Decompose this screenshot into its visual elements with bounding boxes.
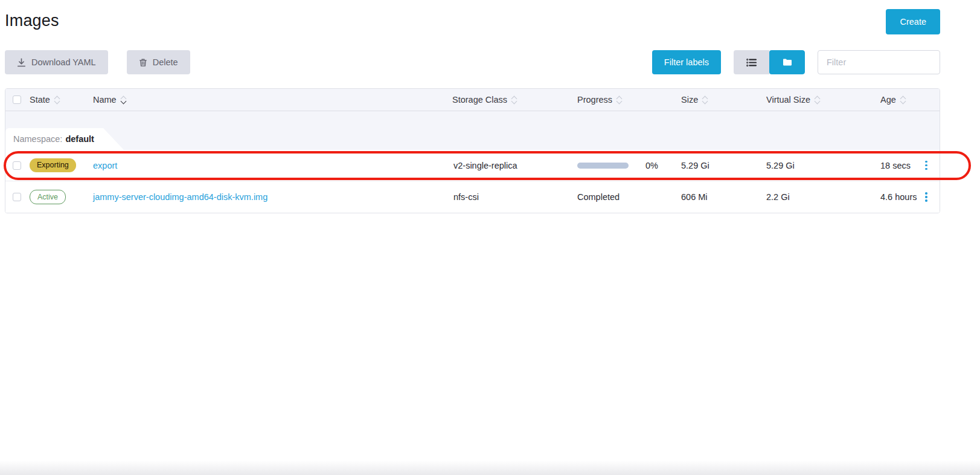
toolbar: Download YAML Delete Filter labels	[5, 50, 940, 74]
delete-button[interactable]: Delete	[127, 50, 190, 74]
sort-chevrons-icon	[55, 97, 59, 103]
bulk-actions: Download YAML Delete	[5, 50, 190, 74]
image-name-link[interactable]: export	[93, 161, 117, 170]
sort-chevrons-icon	[901, 97, 905, 103]
table-header-row: State Name Storage Class Progress Size V…	[5, 89, 940, 111]
virtual-size-value: 5.29 Gi	[766, 161, 880, 170]
list-view-button[interactable]	[734, 50, 769, 74]
view-toggle	[734, 50, 805, 74]
namespace-group-tab: Namespace: default	[5, 128, 124, 150]
namespace-group-row: Namespace: default	[5, 128, 940, 150]
filter-labels-button[interactable]: Filter labels	[652, 50, 721, 74]
table-row-jammy: Active jammy-server-cloudimg-amd64-disk-…	[5, 181, 940, 213]
table-row-export: Exporting export v2-single-replica 0% 5.…	[5, 150, 940, 181]
filter-controls: Filter labels	[652, 50, 940, 74]
images-page: Images Create Download YAML	[0, 0, 980, 475]
storage-class-value: nfs-csi	[452, 192, 577, 202]
status-badge: Exporting	[30, 158, 76, 172]
column-header-name[interactable]: Name	[93, 95, 452, 105]
progress-bar	[577, 163, 629, 169]
list-icon	[746, 58, 757, 67]
download-yaml-label: Download YAML	[31, 57, 96, 67]
folder-icon	[783, 58, 792, 66]
select-all-checkbox[interactable]	[13, 95, 21, 104]
bottom-fade	[0, 460, 980, 475]
progress-status: Completed	[577, 192, 681, 202]
progress-percent: 0%	[645, 161, 658, 170]
namespace-label: Namespace:	[13, 134, 62, 144]
sort-chevrons-icon	[703, 97, 707, 103]
create-button[interactable]: Create	[886, 9, 940, 34]
download-yaml-button[interactable]: Download YAML	[5, 50, 108, 74]
filter-input[interactable]	[818, 50, 940, 74]
age-value: 4.6 hours	[880, 192, 920, 202]
row-checkbox[interactable]	[13, 161, 21, 170]
status-badge: Active	[30, 190, 66, 205]
sort-chevrons-icon	[815, 97, 819, 103]
column-header-storage-class[interactable]: Storage Class	[452, 95, 577, 105]
download-icon	[17, 58, 26, 67]
row-actions-button[interactable]	[921, 190, 931, 204]
column-header-virtual-size[interactable]: Virtual Size	[766, 95, 880, 105]
column-header-size[interactable]: Size	[681, 95, 766, 105]
size-value: 5.29 Gi	[681, 161, 766, 170]
trash-icon	[139, 58, 147, 67]
sort-chevrons-icon	[121, 97, 126, 103]
column-header-state[interactable]: State	[30, 95, 93, 105]
row-checkbox[interactable]	[13, 193, 21, 201]
folder-view-button[interactable]	[769, 50, 805, 74]
row-actions-button[interactable]	[921, 158, 931, 173]
page-header: Images Create	[5, 9, 940, 34]
size-value: 606 Mi	[681, 192, 766, 202]
storage-class-value: v2-single-replica	[452, 161, 577, 170]
delete-label: Delete	[153, 57, 178, 67]
image-name-link[interactable]: jammy-server-cloudimg-amd64-disk-kvm.img	[93, 192, 267, 202]
page-title: Images	[5, 11, 59, 30]
virtual-size-value: 2.2 Gi	[766, 192, 880, 202]
sort-chevrons-icon	[617, 97, 621, 103]
age-value: 18 secs	[880, 161, 920, 170]
sort-chevrons-icon	[512, 97, 516, 103]
column-header-progress[interactable]: Progress	[577, 95, 681, 105]
images-table: State Name Storage Class Progress Size V…	[5, 88, 940, 213]
namespace-group-band	[5, 111, 940, 128]
column-header-age[interactable]: Age	[880, 95, 920, 105]
namespace-value: default	[65, 134, 94, 144]
